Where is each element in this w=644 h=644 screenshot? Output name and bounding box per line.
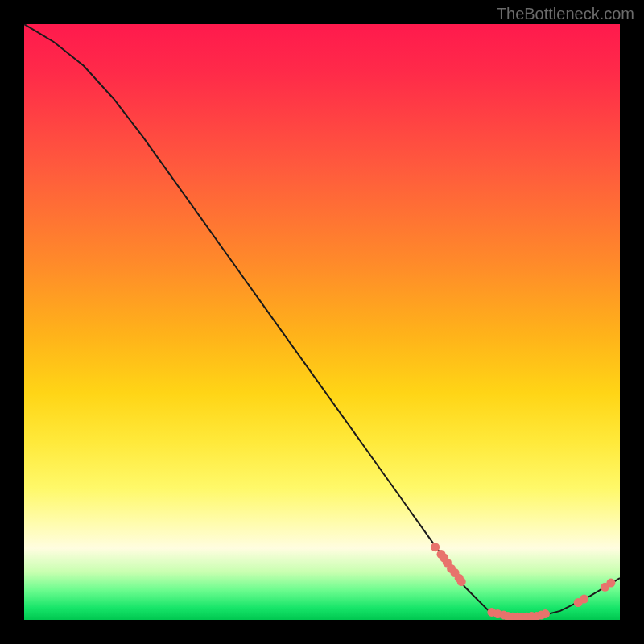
bottleneck-curve [24,24,620,617]
watermark-text: TheBottleneck.com [497,5,634,23]
data-point-marker [457,577,466,586]
data-point-marker [606,579,615,588]
chart-frame: TheBottleneck.com [0,0,644,644]
data-point-marker [541,609,550,618]
data-point-marker [580,595,588,604]
data-markers [431,543,615,620]
data-point-marker [431,543,440,551]
chart-svg [24,24,620,620]
plot-area [24,24,620,620]
